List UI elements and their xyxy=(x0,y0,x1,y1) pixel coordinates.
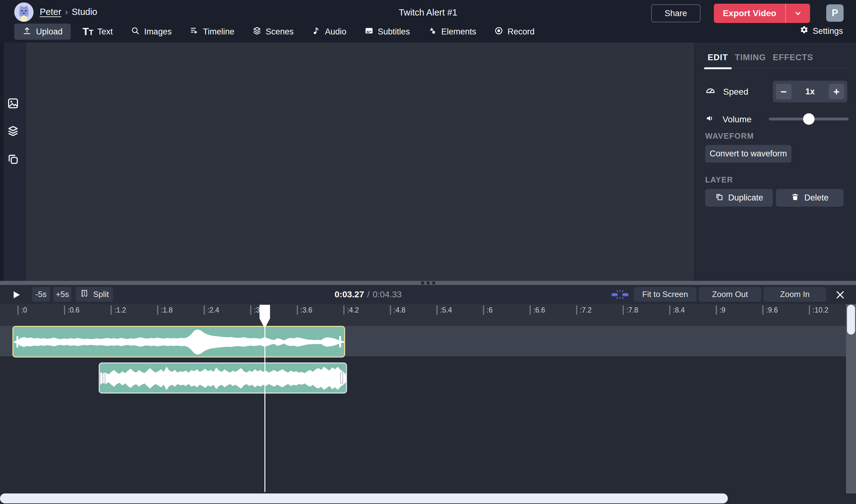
timeline-ruler[interactable]: :0:0.6:1.2:1.8:2.4:3:3.6:4.2:4.8:5.4:6:6… xyxy=(0,304,846,326)
panel-resize-handle[interactable] xyxy=(0,281,856,285)
toolbar-item-elements[interactable]: Elements xyxy=(428,26,477,38)
playhead-line[interactable] xyxy=(264,305,265,492)
audio-clip-1[interactable] xyxy=(13,326,345,358)
toolbar-item-label: Record xyxy=(507,27,534,37)
toolbar-item-images[interactable]: Images xyxy=(131,26,172,38)
volume-row: Volume xyxy=(705,113,751,125)
timeline-tracks: :0:0.6:1.2:1.8:2.4:3:3.6:4.2:4.8:5.4:6:6… xyxy=(0,304,856,504)
ruler-tick: :0 xyxy=(17,305,27,315)
time-display: 0:03.27 / 0:04.33 xyxy=(335,285,402,304)
ruler-tick: :0.6 xyxy=(64,305,79,315)
export-video-label: Export Video xyxy=(714,8,785,18)
ruler-tick: :1.2 xyxy=(110,305,126,315)
speed-label: Speed xyxy=(723,87,748,97)
text-icon: TT xyxy=(83,26,93,37)
trim-handle-left[interactable] xyxy=(103,372,105,384)
speed-increase-button[interactable]: + xyxy=(829,84,844,99)
duplicate-label: Duplicate xyxy=(728,193,763,203)
ruler-tick: :4.2 xyxy=(343,305,359,315)
volume-slider[interactable] xyxy=(769,113,849,124)
trim-handle-right[interactable] xyxy=(339,336,341,347)
ruler-tick: :4.8 xyxy=(390,305,405,315)
skip-back-5s-button[interactable]: -5s xyxy=(32,287,50,302)
toolbar-item-label: Subtitles xyxy=(378,27,410,37)
copy-icon xyxy=(715,193,724,203)
ruler-tick: :7.8 xyxy=(623,305,638,315)
waveform-graphic xyxy=(14,328,344,356)
ruler-tick: :2.4 xyxy=(203,305,219,315)
volume-label: Volume xyxy=(723,114,751,124)
layer-section-label: LAYER xyxy=(705,175,733,184)
sidebar-image-icon[interactable] xyxy=(7,97,19,110)
upload-button[interactable]: Upload xyxy=(14,23,71,40)
ruler-tick: :7.2 xyxy=(576,305,592,315)
toolbar-item-record[interactable]: Record xyxy=(494,26,534,38)
tab-timing[interactable]: TIMING xyxy=(732,53,770,68)
vertical-scrollbar-thumb[interactable] xyxy=(847,305,855,335)
split-label: Split xyxy=(93,290,109,299)
vertical-scrollbar-track[interactable] xyxy=(846,304,856,493)
ruler-tick: :9 xyxy=(716,305,725,315)
skip-forward-5s-button[interactable]: +5s xyxy=(53,287,71,302)
horizontal-scrollbar-thumb[interactable] xyxy=(0,493,728,503)
play-button[interactable] xyxy=(11,290,21,301)
ruler-tick: :3.6 xyxy=(297,305,312,315)
speed-value: 1x xyxy=(805,87,815,96)
inspector-panel: EDITTIMINGEFFECTS Speed − 1x + Volume WA… xyxy=(694,42,856,281)
fit-to-screen-button[interactable]: Fit to Screen xyxy=(634,287,696,302)
close-timeline-icon[interactable] xyxy=(835,290,845,301)
current-time: 0:03.27 xyxy=(335,290,364,300)
inspector-tabs: EDITTIMINGEFFECTS xyxy=(704,53,847,69)
toolbar-item-label: Scenes xyxy=(266,27,293,37)
delete-label: Delete xyxy=(804,193,828,203)
share-button[interactable]: Share xyxy=(651,4,700,22)
sidebar-copies-icon[interactable] xyxy=(7,153,19,165)
toolbar-item-label: Audio xyxy=(325,27,346,37)
ruler-tick: :6.6 xyxy=(530,305,545,315)
toolbar-item-label: Text xyxy=(97,27,113,37)
zoom-in-button[interactable]: Zoom In xyxy=(764,287,826,302)
split-button[interactable]: Split xyxy=(76,287,113,302)
toolbar-item-scenes[interactable]: Scenes xyxy=(252,26,293,38)
search-icon xyxy=(131,26,140,38)
magnetic-snap-icon[interactable] xyxy=(611,290,630,301)
profile-badge[interactable]: P xyxy=(826,4,843,22)
duplicate-layer-button[interactable]: Duplicate xyxy=(705,189,773,207)
ruler-tick: :10.2 xyxy=(809,305,828,315)
speed-decrease-button[interactable]: − xyxy=(776,84,791,99)
trim-handle-right[interactable] xyxy=(340,372,343,384)
settings-label: Settings xyxy=(813,26,843,36)
trim-handle-left[interactable] xyxy=(16,336,18,347)
upload-label: Upload xyxy=(36,27,63,37)
zoom-out-button[interactable]: Zoom Out xyxy=(699,287,761,302)
ruler-tick: :9.6 xyxy=(762,305,778,315)
timeline-icon xyxy=(190,26,199,38)
chevron-down-icon[interactable] xyxy=(786,9,810,18)
ruler-tick: :6 xyxy=(483,305,493,315)
toolbar-item-text[interactable]: TTText xyxy=(83,26,113,37)
convert-to-waveform-button[interactable]: Convert to waveform xyxy=(705,145,791,163)
toolbar-item-subtitles[interactable]: Subtitles xyxy=(364,26,410,38)
export-video-button[interactable]: Export Video xyxy=(714,4,810,23)
toolbar-nav: TTTextImagesTimelineScenesAudioSubtitles… xyxy=(83,23,534,40)
sidebar-layers-icon[interactable] xyxy=(7,124,19,137)
audio-note-icon xyxy=(311,26,321,38)
waveform-section-label: WAVEFORM xyxy=(705,131,754,141)
settings-button[interactable]: Settings xyxy=(800,25,843,37)
time-separator: / xyxy=(367,290,370,300)
toolbar-item-audio[interactable]: Audio xyxy=(311,26,346,38)
delete-layer-button[interactable]: Delete xyxy=(776,189,843,207)
tab-edit[interactable]: EDIT xyxy=(704,53,732,68)
left-sidebar xyxy=(0,42,26,281)
split-icon xyxy=(80,289,89,300)
speaker-icon xyxy=(705,113,715,125)
total-time: 0:04.33 xyxy=(373,290,402,300)
tab-effects[interactable]: EFFECTS xyxy=(769,53,817,68)
record-icon xyxy=(494,26,503,38)
waveform-graphic xyxy=(100,365,346,392)
volume-slider-thumb[interactable] xyxy=(803,113,815,125)
audio-clip-2[interactable] xyxy=(99,362,347,394)
ruler-tick: :1.8 xyxy=(157,305,173,315)
left-sidebar-gutter xyxy=(0,42,4,281)
toolbar-item-timeline[interactable]: Timeline xyxy=(190,26,234,38)
